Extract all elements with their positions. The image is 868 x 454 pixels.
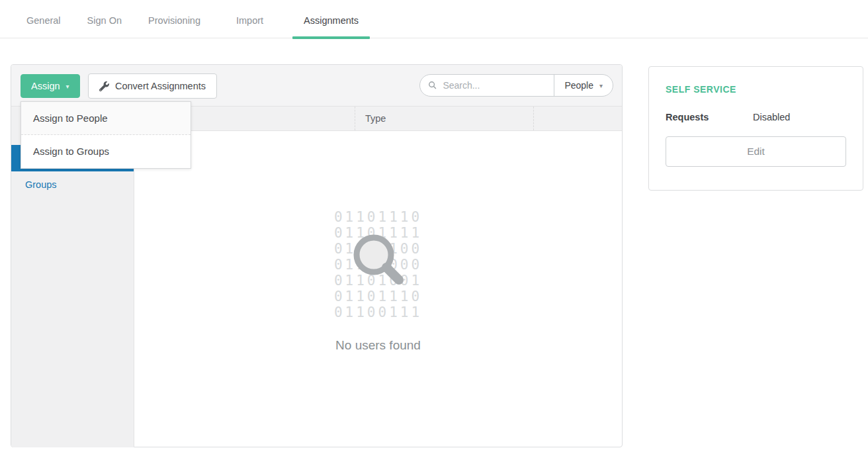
assignments-panel: Assign ▾ Convert Assignments People ▾ Gr… — [11, 64, 623, 447]
tab-general[interactable]: General — [15, 15, 72, 38]
assign-dropdown-menu: Assign to People Assign to Groups — [21, 101, 191, 169]
assignments-table: Type 01101110 01101111 01110100 01101000… — [134, 107, 622, 447]
tab-sign-on[interactable]: Sign On — [76, 15, 133, 38]
empty-state-message: No users found — [134, 338, 622, 353]
search-input[interactable] — [443, 80, 548, 91]
table-header-row: Type — [134, 107, 622, 131]
sidebar-item-groups[interactable]: Groups — [11, 171, 134, 198]
search-scope-label: People — [564, 80, 593, 91]
assignments-toolbar: Assign ▾ Convert Assignments People ▾ — [11, 65, 622, 107]
convert-assignments-button[interactable]: Convert Assignments — [88, 73, 217, 99]
search-group: People ▾ — [419, 74, 613, 97]
requests-label: Requests — [666, 112, 753, 122]
app-tabs: General Sign On Provisioning Import Assi… — [0, 0, 868, 38]
caret-down-icon: ▾ — [599, 82, 603, 89]
requests-row: Requests Disabled — [666, 112, 846, 122]
self-service-panel: SELF SERVICE Requests Disabled Edit — [648, 66, 863, 191]
search-box — [420, 75, 554, 96]
requests-value: Disabled — [753, 112, 790, 122]
binary-text: 01101110 — [134, 289, 622, 304]
empty-state: 01101110 01101111 01110100 01101000 0110… — [134, 131, 622, 353]
magnifier-icon — [350, 231, 410, 291]
menu-item-assign-to-groups[interactable]: Assign to Groups — [21, 135, 191, 168]
tab-import[interactable]: Import — [225, 15, 275, 38]
edit-button[interactable]: Edit — [666, 136, 846, 167]
tab-provisioning[interactable]: Provisioning — [137, 15, 212, 38]
column-header-actions — [533, 107, 622, 130]
wrench-icon — [99, 81, 109, 91]
convert-assignments-label: Convert Assignments — [115, 81, 206, 91]
binary-text: 01101110 — [134, 209, 622, 225]
caret-down-icon: ▾ — [66, 83, 69, 90]
search-icon — [428, 81, 437, 90]
self-service-title: SELF SERVICE — [666, 84, 846, 95]
tab-assignments[interactable]: Assignments — [292, 15, 370, 38]
binary-text: 01100111 — [134, 304, 622, 320]
assign-button-label: Assign — [31, 81, 60, 91]
search-scope-dropdown[interactable]: People ▾ — [554, 75, 613, 96]
assign-button[interactable]: Assign ▾ — [21, 74, 80, 98]
column-header-type: Type — [355, 107, 533, 130]
menu-item-assign-to-people[interactable]: Assign to People — [21, 102, 191, 135]
